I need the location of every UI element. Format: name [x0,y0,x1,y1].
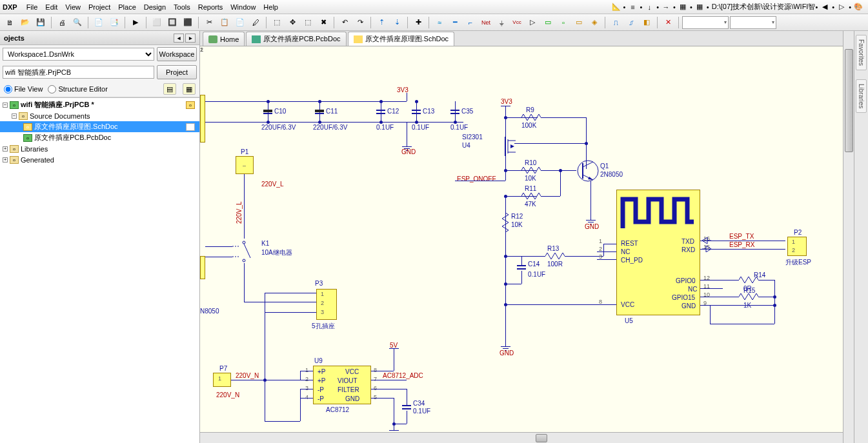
svg-marker-9 [510,144,514,148]
grid-combo[interactable]: ▾ [682,16,729,29]
tab-pcb[interactable]: 原文件插座PCB.PcbDoc [246,32,346,46]
tab-home[interactable]: Home [203,32,245,46]
tab-favorites[interactable]: Favorites [856,35,867,70]
print-icon[interactable]: 🖨 [55,15,69,30]
select-icon[interactable]: ⬚ [270,15,284,30]
tree-sch[interactable]: ▫原文件插座原理图.SchDoc▫ [0,121,199,132]
save-icon[interactable]: 💾 [34,15,48,30]
new-icon[interactable]: 🗎 [3,15,17,30]
part-icon[interactable]: ▷ [525,15,540,30]
v-scrollbar[interactable] [843,31,854,443]
menu-place[interactable]: Place [114,2,140,12]
palette-icon[interactable]: 🎨 [852,1,865,13]
panel-left-icon[interactable]: ◂ [174,34,184,43]
nav-fwd-icon[interactable]: ▷ [835,1,848,13]
svg-point-10 [578,161,598,181]
workspace-combo[interactable]: Workspace1.DsnWrk [3,48,154,61]
compile-icon[interactable]: ▶ [128,15,143,30]
gnd-top: GND [401,148,416,155]
vcc-icon[interactable]: Vcc [510,15,524,30]
tree-root[interactable]: −▫wifi 智能插座.PrjPCB *▫ [0,99,199,110]
side-tabs: Favorites Libraries [854,31,868,443]
redo-icon[interactable]: ↷ [353,15,367,30]
project-input[interactable] [3,66,154,79]
tree-pcb[interactable]: ▫原文件插座PCB.PcbDoc [0,132,199,143]
svg-point-1 [243,259,245,262]
align-icon[interactable]: ≡ [626,1,639,13]
cross-probe-icon[interactable]: ✚ [411,15,425,30]
arrow-right-icon[interactable]: → [660,1,672,13]
grid2-icon[interactable]: ▦ [693,1,706,13]
project-tree[interactable]: −▫wifi 智能插座.PrjPCB *▫ −▫Source Documents… [0,97,199,443]
tab-libraries[interactable]: Libraries [856,79,867,113]
sheet-icon[interactable]: ▭ [541,15,555,30]
nav-back-icon[interactable]: ◀ [818,1,831,13]
structure-radio[interactable]: Structure Editor [48,85,107,94]
menu-reports[interactable]: Reports [194,2,227,12]
tree-src[interactable]: −▫Source Documents [0,110,199,121]
signal-icon[interactable]: ⎎ [624,15,638,30]
noerror-icon[interactable]: ✕ [661,15,675,30]
panel-right-icon[interactable]: ▸ [185,34,196,43]
stamp-icon[interactable]: 🖊 [248,15,263,30]
zoom-fit-icon[interactable]: 🔲 [165,15,179,30]
file-path: D:\[07]技术创新\设计资源\WIFI智 [712,2,816,12]
sheet-entry-icon[interactable]: ▫ [556,15,570,30]
projects-panel: ojects ◂ ▸ Workspace1.DsnWrk Workspace P… [0,31,200,443]
tree-opt1-icon[interactable]: ▤ [163,83,176,95]
menu-view[interactable]: View [61,2,85,12]
clear-icon[interactable]: ✖ [316,15,330,30]
panel-title: ojects ◂ ▸ [0,31,199,45]
part-p2 [787,237,807,256]
app-name[interactable]: DXP [3,3,17,11]
zoom-area-icon[interactable]: ⬜ [150,15,164,30]
open-icon[interactable]: 📂 [18,15,32,30]
undo-icon[interactable]: ↶ [338,15,352,30]
open-doc-icon[interactable]: 📄 [92,15,106,30]
svg-marker-17 [706,246,711,252]
connector-icon[interactable]: ◧ [640,15,654,30]
bus-icon[interactable]: ━ [448,15,462,30]
paste-icon[interactable]: 📄 [233,15,247,30]
antenna-icon [620,193,697,231]
deselect-icon[interactable]: ⬚ [301,15,315,30]
menu-edit[interactable]: Edit [41,2,61,12]
cut-icon[interactable]: ✂ [202,15,216,30]
copy-icon[interactable]: 📋 [217,15,232,30]
menu-tools[interactable]: Tools [170,2,194,12]
schematic-canvas[interactable]: N8050 2 1 3V3 C10 220UF/6.3V C11 [200,46,843,432]
menu-help[interactable]: Help [259,2,282,12]
menu-project[interactable]: Project [85,2,114,12]
wire-icon[interactable]: ≈ [432,15,447,30]
grid1-icon[interactable]: ▦ [676,1,689,13]
gnd-icon[interactable]: ⏚ [494,15,509,30]
hier-up-icon[interactable]: ⇡ [374,15,389,30]
fileview-radio[interactable]: File View [4,85,43,94]
svg-marker-14 [588,177,593,180]
workspace-button[interactable]: Workspace [157,47,197,61]
netlabel-icon[interactable]: Net [479,15,493,30]
project-button[interactable]: Project [157,65,197,79]
snap-combo[interactable]: ▾ [730,16,776,29]
preview-icon[interactable]: 🔍 [70,15,85,30]
p3-val: 5孔插座 [312,322,335,331]
tab-sch[interactable]: 原文件插座原理图.SchDoc [348,32,455,46]
hier-dn-icon[interactable]: ⇣ [390,15,404,30]
arrow-down-icon[interactable]: ↓ [643,1,656,13]
zoom-sel-icon[interactable]: ⬛ [181,15,195,30]
h-scrollbar[interactable] [200,432,843,443]
port-icon[interactable]: ◈ [587,15,601,30]
open-proj-icon[interactable]: 📑 [107,15,121,30]
tree-opt2-icon[interactable]: ▦ [183,83,196,95]
tree-gen[interactable]: +▫Generated [0,154,199,165]
tree-libs[interactable]: +▫Libraries [0,143,199,154]
harness-icon[interactable]: ⎍ [609,15,623,30]
menu-window[interactable]: Window [227,2,259,12]
part-p3 [316,289,337,320]
bus-entry-icon[interactable]: ⌐ [463,15,478,30]
move-icon[interactable]: ✥ [285,15,299,30]
device-sheet-icon[interactable]: ▭ [572,15,586,30]
menu-design[interactable]: Design [140,2,170,12]
menu-file[interactable]: File [23,2,42,12]
place-wire-icon[interactable]: 📐 [610,1,623,13]
